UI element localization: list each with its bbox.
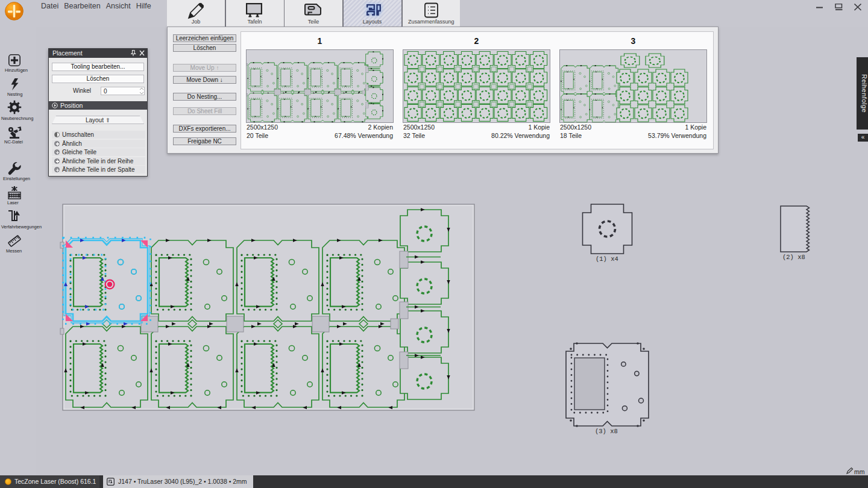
svg-text:Neuberechnung: Neuberechnung — [1, 116, 33, 121]
svg-text:Hinzufügen: Hinzufügen — [5, 67, 28, 73]
svg-text:(3) x8: (3) x8 — [595, 428, 618, 435]
svg-text:Nesting: Nesting — [7, 92, 22, 97]
svg-text:Messen: Messen — [6, 248, 22, 254]
svg-text:(1) x4: (1) x4 — [596, 255, 618, 263]
svg-text:(2) x8: (2) x8 — [782, 254, 805, 261]
svg-text:Einstellungen: Einstellungen — [3, 176, 30, 181]
svg-text:mm: mm — [854, 468, 865, 475]
svg-text:NC-Datei: NC-Datei — [4, 139, 23, 145]
svg-text:Laser: Laser — [7, 200, 19, 205]
